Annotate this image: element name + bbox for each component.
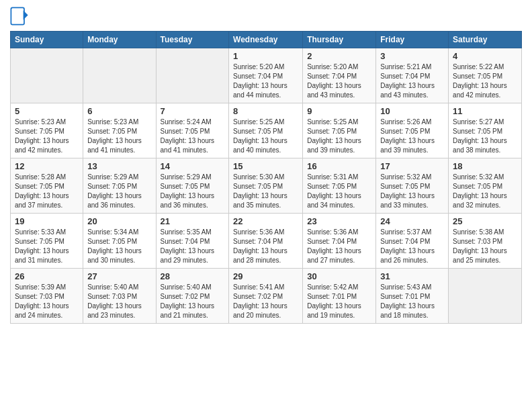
- day-info: Sunrise: 5:29 AM Sunset: 7:05 PM Dayligh…: [161, 173, 225, 210]
- day-number: 5: [15, 106, 79, 116]
- day-number: 23: [307, 216, 371, 226]
- calendar-cell: [449, 269, 522, 324]
- page-header: [10, 7, 522, 26]
- col-friday: Friday: [376, 32, 449, 48]
- calendar-cell: 11Sunrise: 5:27 AM Sunset: 7:05 PM Dayli…: [449, 103, 522, 158]
- day-info: Sunrise: 5:32 AM Sunset: 7:05 PM Dayligh…: [380, 173, 444, 210]
- calendar-week-row: 5Sunrise: 5:23 AM Sunset: 7:05 PM Daylig…: [11, 103, 522, 158]
- day-info: Sunrise: 5:35 AM Sunset: 7:04 PM Dayligh…: [161, 228, 225, 265]
- calendar-cell: [156, 48, 229, 103]
- day-info: Sunrise: 5:34 AM Sunset: 7:05 PM Dayligh…: [87, 228, 151, 265]
- col-thursday: Thursday: [303, 32, 376, 48]
- calendar-table: Sunday Monday Tuesday Wednesday Thursday…: [10, 31, 522, 324]
- calendar-cell: 12Sunrise: 5:28 AM Sunset: 7:05 PM Dayli…: [11, 158, 83, 214]
- day-info: Sunrise: 5:20 AM Sunset: 7:04 PM Dayligh…: [307, 62, 371, 100]
- calendar-cell: 10Sunrise: 5:26 AM Sunset: 7:05 PM Dayli…: [376, 103, 449, 158]
- day-number: 24: [380, 216, 444, 226]
- day-number: 10: [380, 106, 444, 116]
- day-info: Sunrise: 5:30 AM Sunset: 7:05 PM Dayligh…: [233, 173, 298, 210]
- calendar-week-row: 1Sunrise: 5:20 AM Sunset: 7:04 PM Daylig…: [11, 48, 522, 103]
- calendar-cell: 25Sunrise: 5:38 AM Sunset: 7:03 PM Dayli…: [449, 214, 522, 269]
- day-info: Sunrise: 5:21 AM Sunset: 7:04 PM Dayligh…: [380, 62, 444, 100]
- day-info: Sunrise: 5:33 AM Sunset: 7:05 PM Dayligh…: [15, 228, 79, 265]
- calendar-cell: 16Sunrise: 5:31 AM Sunset: 7:05 PM Dayli…: [303, 158, 376, 214]
- day-info: Sunrise: 5:25 AM Sunset: 7:05 PM Dayligh…: [233, 118, 298, 155]
- calendar-cell: [83, 48, 156, 103]
- day-number: 28: [161, 271, 225, 281]
- calendar-cell: 4Sunrise: 5:22 AM Sunset: 7:05 PM Daylig…: [449, 48, 522, 103]
- day-number: 14: [161, 161, 225, 171]
- day-number: 20: [87, 216, 151, 226]
- calendar-cell: 15Sunrise: 5:30 AM Sunset: 7:05 PM Dayli…: [229, 158, 303, 214]
- day-info: Sunrise: 5:20 AM Sunset: 7:04 PM Dayligh…: [233, 62, 298, 100]
- calendar-cell: 26Sunrise: 5:39 AM Sunset: 7:03 PM Dayli…: [11, 269, 83, 324]
- day-number: 13: [87, 161, 151, 171]
- calendar-cell: 17Sunrise: 5:32 AM Sunset: 7:05 PM Dayli…: [376, 158, 449, 214]
- calendar-cell: 9Sunrise: 5:25 AM Sunset: 7:05 PM Daylig…: [303, 103, 376, 158]
- day-number: 3: [380, 51, 444, 61]
- day-number: 12: [15, 161, 79, 171]
- day-info: Sunrise: 5:40 AM Sunset: 7:03 PM Dayligh…: [87, 283, 151, 320]
- calendar-cell: 24Sunrise: 5:37 AM Sunset: 7:04 PM Dayli…: [376, 214, 449, 269]
- day-info: Sunrise: 5:38 AM Sunset: 7:03 PM Dayligh…: [453, 228, 517, 265]
- day-number: 31: [380, 271, 444, 281]
- day-number: 7: [161, 106, 225, 116]
- day-number: 27: [87, 271, 151, 281]
- day-number: 22: [233, 216, 298, 226]
- col-saturday: Saturday: [449, 32, 522, 48]
- calendar-cell: 1Sunrise: 5:20 AM Sunset: 7:04 PM Daylig…: [229, 48, 303, 103]
- col-sunday: Sunday: [11, 32, 83, 48]
- calendar-header-row: Sunday Monday Tuesday Wednesday Thursday…: [11, 32, 522, 48]
- logo: [10, 7, 32, 26]
- calendar-cell: 19Sunrise: 5:33 AM Sunset: 7:05 PM Dayli…: [11, 214, 83, 269]
- col-monday: Monday: [83, 32, 156, 48]
- logo-icon: [10, 7, 29, 26]
- day-number: 1: [233, 51, 298, 61]
- day-info: Sunrise: 5:23 AM Sunset: 7:05 PM Dayligh…: [87, 118, 151, 155]
- day-info: Sunrise: 5:29 AM Sunset: 7:05 PM Dayligh…: [87, 173, 151, 210]
- calendar-cell: 23Sunrise: 5:36 AM Sunset: 7:04 PM Dayli…: [303, 214, 376, 269]
- calendar-cell: 28Sunrise: 5:40 AM Sunset: 7:02 PM Dayli…: [156, 269, 229, 324]
- calendar-cell: 6Sunrise: 5:23 AM Sunset: 7:05 PM Daylig…: [83, 103, 156, 158]
- calendar-cell: 3Sunrise: 5:21 AM Sunset: 7:04 PM Daylig…: [376, 48, 449, 103]
- calendar-cell: 2Sunrise: 5:20 AM Sunset: 7:04 PM Daylig…: [303, 48, 376, 103]
- day-number: 8: [233, 106, 298, 116]
- day-info: Sunrise: 5:27 AM Sunset: 7:05 PM Dayligh…: [453, 118, 517, 155]
- day-info: Sunrise: 5:37 AM Sunset: 7:04 PM Dayligh…: [380, 228, 444, 265]
- day-number: 19: [15, 216, 79, 226]
- day-number: 2: [307, 51, 371, 61]
- day-info: Sunrise: 5:39 AM Sunset: 7:03 PM Dayligh…: [15, 283, 79, 320]
- day-number: 4: [453, 51, 517, 61]
- day-info: Sunrise: 5:40 AM Sunset: 7:02 PM Dayligh…: [161, 283, 225, 320]
- calendar-cell: 5Sunrise: 5:23 AM Sunset: 7:05 PM Daylig…: [11, 103, 83, 158]
- day-info: Sunrise: 5:32 AM Sunset: 7:05 PM Dayligh…: [453, 173, 517, 210]
- day-info: Sunrise: 5:31 AM Sunset: 7:05 PM Dayligh…: [307, 173, 371, 210]
- day-number: 21: [161, 216, 225, 226]
- day-info: Sunrise: 5:36 AM Sunset: 7:04 PM Dayligh…: [233, 228, 298, 265]
- day-info: Sunrise: 5:43 AM Sunset: 7:01 PM Dayligh…: [380, 283, 444, 320]
- day-number: 16: [307, 161, 371, 171]
- calendar-cell: 27Sunrise: 5:40 AM Sunset: 7:03 PM Dayli…: [83, 269, 156, 324]
- calendar-cell: 18Sunrise: 5:32 AM Sunset: 7:05 PM Dayli…: [449, 158, 522, 214]
- day-number: 9: [307, 106, 371, 116]
- calendar-cell: 29Sunrise: 5:41 AM Sunset: 7:02 PM Dayli…: [229, 269, 303, 324]
- calendar-cell: 31Sunrise: 5:43 AM Sunset: 7:01 PM Dayli…: [376, 269, 449, 324]
- calendar-cell: [11, 48, 83, 103]
- calendar-week-row: 12Sunrise: 5:28 AM Sunset: 7:05 PM Dayli…: [11, 158, 522, 214]
- day-info: Sunrise: 5:42 AM Sunset: 7:01 PM Dayligh…: [307, 283, 371, 320]
- day-number: 26: [15, 271, 79, 281]
- calendar-cell: 13Sunrise: 5:29 AM Sunset: 7:05 PM Dayli…: [83, 158, 156, 214]
- calendar-cell: 22Sunrise: 5:36 AM Sunset: 7:04 PM Dayli…: [229, 214, 303, 269]
- day-info: Sunrise: 5:22 AM Sunset: 7:05 PM Dayligh…: [453, 62, 517, 100]
- day-info: Sunrise: 5:23 AM Sunset: 7:05 PM Dayligh…: [15, 118, 79, 155]
- svg-rect-1: [11, 7, 24, 24]
- page-container: Sunday Monday Tuesday Wednesday Thursday…: [0, 0, 532, 330]
- col-tuesday: Tuesday: [156, 32, 229, 48]
- day-number: 25: [453, 216, 517, 226]
- day-info: Sunrise: 5:41 AM Sunset: 7:02 PM Dayligh…: [233, 283, 298, 320]
- day-number: 29: [233, 271, 298, 281]
- day-number: 17: [380, 161, 444, 171]
- calendar-cell: 20Sunrise: 5:34 AM Sunset: 7:05 PM Dayli…: [83, 214, 156, 269]
- calendar-week-row: 19Sunrise: 5:33 AM Sunset: 7:05 PM Dayli…: [11, 214, 522, 269]
- day-info: Sunrise: 5:36 AM Sunset: 7:04 PM Dayligh…: [307, 228, 371, 265]
